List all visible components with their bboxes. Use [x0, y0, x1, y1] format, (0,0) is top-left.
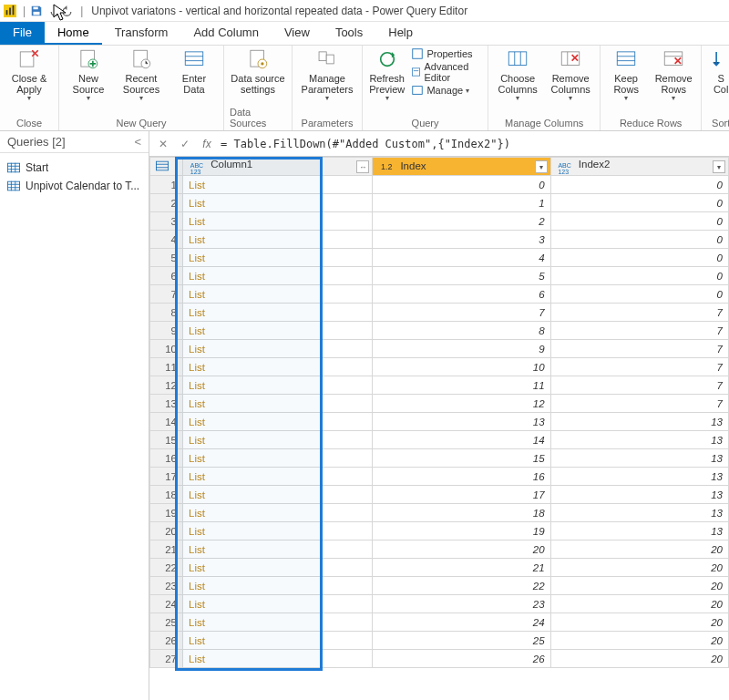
- cell-index[interactable]: 13: [373, 413, 550, 431]
- cell-index[interactable]: 26: [373, 650, 550, 668]
- properties-button[interactable]: Properties: [411, 47, 482, 60]
- row-number-cell[interactable]: 1: [150, 176, 183, 194]
- row-number-cell[interactable]: 13: [150, 395, 183, 413]
- row-number-cell[interactable]: 26: [150, 632, 183, 650]
- cell-column1[interactable]: List: [182, 395, 372, 413]
- cell-column1[interactable]: List: [182, 376, 372, 395]
- remove-columns-button[interactable]: Remove Columns▾: [547, 47, 594, 103]
- tab-transform[interactable]: Transform: [102, 22, 181, 45]
- cell-index2[interactable]: 7: [550, 358, 728, 376]
- tab-home[interactable]: Home: [45, 22, 102, 45]
- table-row[interactable]: 24List2320: [150, 595, 729, 613]
- row-number-cell[interactable]: 3: [150, 212, 183, 231]
- cell-column1[interactable]: List: [182, 504, 372, 522]
- row-number-cell[interactable]: 20: [150, 522, 183, 540]
- cell-index2[interactable]: 13: [550, 449, 728, 468]
- cell-index2[interactable]: 20: [550, 595, 728, 613]
- cell-column1[interactable]: List: [182, 322, 372, 340]
- cell-index[interactable]: 16: [373, 468, 550, 486]
- tab-view[interactable]: View: [272, 22, 323, 45]
- table-row[interactable]: 19List1813: [150, 504, 729, 522]
- cell-index[interactable]: 19: [373, 522, 550, 540]
- row-number-cell[interactable]: 12: [150, 376, 183, 395]
- row-number-cell[interactable]: 23: [150, 577, 183, 595]
- cell-index[interactable]: 2: [373, 212, 550, 231]
- cell-column1[interactable]: List: [182, 650, 372, 668]
- row-number-cell[interactable]: 14: [150, 413, 183, 431]
- filter-dropdown-icon[interactable]: ▾: [713, 160, 725, 173]
- table-row[interactable]: 5List40: [150, 249, 729, 267]
- cell-index2[interactable]: 13: [550, 504, 728, 522]
- cell-index2[interactable]: 7: [550, 322, 728, 340]
- cell-index2[interactable]: 0: [550, 176, 728, 194]
- cell-index2[interactable]: 0: [550, 212, 728, 231]
- cell-index[interactable]: 3: [373, 231, 550, 249]
- cell-column1[interactable]: List: [182, 176, 372, 194]
- cell-column1[interactable]: List: [182, 577, 372, 595]
- cell-index2[interactable]: 0: [550, 231, 728, 249]
- table-row[interactable]: 26List2520: [150, 632, 729, 650]
- row-number-cell[interactable]: 15: [150, 431, 183, 449]
- row-number-cell[interactable]: 16: [150, 449, 183, 468]
- data-source-settings-button[interactable]: Data source settings: [230, 47, 286, 95]
- row-number-cell[interactable]: 9: [150, 322, 183, 340]
- cell-index[interactable]: 21: [373, 559, 550, 577]
- tab-help[interactable]: Help: [375, 22, 426, 45]
- row-number-cell[interactable]: 5: [150, 249, 183, 267]
- row-number-cell[interactable]: 17: [150, 468, 183, 486]
- row-number-cell[interactable]: 18: [150, 486, 183, 504]
- cell-column1[interactable]: List: [182, 595, 372, 613]
- cell-column1[interactable]: List: [182, 231, 372, 249]
- tab-tools[interactable]: Tools: [323, 22, 375, 45]
- cell-index[interactable]: 18: [373, 504, 550, 522]
- save-icon[interactable]: [28, 3, 45, 19]
- row-number-cell[interactable]: 2: [150, 194, 183, 212]
- cell-column1[interactable]: List: [182, 358, 372, 376]
- cell-column1[interactable]: List: [182, 540, 372, 559]
- new-source-button[interactable]: New Source▾: [65, 47, 112, 103]
- cell-column1[interactable]: List: [182, 212, 372, 231]
- cancel-step-icon[interactable]: ✕: [155, 136, 171, 152]
- column-header-column1[interactable]: ABC 123 Column1 ↔: [182, 158, 372, 176]
- row-number-cell[interactable]: 8: [150, 304, 183, 322]
- table-row[interactable]: 18List1713: [150, 486, 729, 504]
- cell-index2[interactable]: 7: [550, 304, 728, 322]
- cell-index[interactable]: 14: [373, 431, 550, 449]
- cell-index2[interactable]: 20: [550, 540, 728, 559]
- cell-index2[interactable]: 20: [550, 559, 728, 577]
- table-row[interactable]: 6List50: [150, 267, 729, 285]
- enter-data-button[interactable]: Enter Data: [170, 47, 218, 95]
- cell-index2[interactable]: 0: [550, 285, 728, 304]
- row-number-cell[interactable]: 7: [150, 285, 183, 304]
- cell-index2[interactable]: 20: [550, 577, 728, 595]
- table-row[interactable]: 1List00: [150, 176, 729, 194]
- cell-column1[interactable]: List: [182, 486, 372, 504]
- undo-icon[interactable]: [45, 3, 61, 19]
- cell-index[interactable]: 22: [373, 577, 550, 595]
- table-row[interactable]: 14List1313: [150, 413, 729, 431]
- table-row[interactable]: 8List77: [150, 304, 729, 322]
- manage-button[interactable]: Manage ▾: [411, 84, 482, 97]
- tab-file[interactable]: File: [0, 22, 45, 45]
- row-number-header[interactable]: [150, 158, 183, 176]
- expand-icon[interactable]: ↔: [356, 160, 369, 173]
- table-row[interactable]: 4List30: [150, 231, 729, 249]
- cell-index[interactable]: 4: [373, 249, 550, 267]
- cell-index2[interactable]: 20: [550, 650, 728, 668]
- cell-index2[interactable]: 20: [550, 632, 728, 650]
- cell-index2[interactable]: 7: [550, 376, 728, 395]
- row-number-cell[interactable]: 22: [150, 559, 183, 577]
- cell-index[interactable]: 6: [373, 285, 550, 304]
- row-number-cell[interactable]: 4: [150, 231, 183, 249]
- remove-rows-button[interactable]: Remove Rows▾: [652, 47, 695, 103]
- filter-dropdown-icon[interactable]: ▾: [535, 160, 548, 173]
- formula-text[interactable]: = Table.FillDown(#"Added Custom",{"Index…: [221, 138, 724, 150]
- table-row[interactable]: 25List2420: [150, 613, 729, 632]
- close-apply-button[interactable]: Close & Apply▾: [5, 47, 53, 103]
- cell-index2[interactable]: 20: [550, 613, 728, 632]
- advanced-editor-button[interactable]: Advanced Editor: [411, 61, 482, 83]
- cell-column1[interactable]: List: [182, 194, 372, 212]
- cell-index2[interactable]: 13: [550, 431, 728, 449]
- query-item-unpivot[interactable]: Unpivot Calendar to T...: [2, 177, 147, 195]
- row-number-cell[interactable]: 19: [150, 504, 183, 522]
